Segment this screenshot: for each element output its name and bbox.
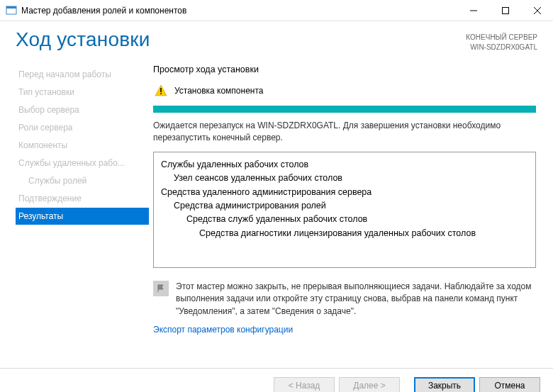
titlebar-title: Мастер добавления ролей и компонентов [21,6,457,16]
section-heading: Просмотр хода установки [153,65,536,74]
cancel-button[interactable]: Отмена [479,377,540,393]
tree-item: Службы удаленных рабочих столов [161,158,528,172]
svg-rect-8 [160,93,162,94]
nav-step-6: Службы ролей [16,172,149,189]
back-button: < Назад [274,377,335,393]
destination-value: WIN-SDZDRX0GATL [466,43,537,52]
progress-fill [153,106,536,113]
close-wizard-button[interactable]: Закрыть [414,377,475,393]
warning-icon [155,84,167,97]
svg-rect-1 [6,6,16,9]
header: Ход установки КОНЕЧНЫЙ СЕРВЕР WIN-SDZDRX… [0,21,553,55]
nav-step-0: Перед началом работы [16,66,149,83]
window-controls [457,0,553,21]
minimize-button[interactable] [457,0,489,21]
export-config-link[interactable]: Экспорт параметров конфигурации [153,325,536,335]
wizard-nav: Перед началом работыТип установкиВыбор с… [0,65,149,368]
titlebar: Мастер добавления ролей и компонентов [0,0,553,21]
nav-step-5: Службы удаленных рабо... [16,155,149,172]
info-flag-icon [153,281,169,296]
nav-step-7: Подтверждение [16,190,149,207]
status-row: Установка компонента [153,84,536,97]
note-text: Этот мастер можно закрыть, не прерывая в… [176,281,536,318]
next-button: Далее > [339,377,400,393]
tree-item: Средства администрирования ролей [161,199,528,213]
tree-item: Средства служб удаленных рабочих столов [161,213,528,226]
status-message: Ожидается перезапуск на WIN-SDZDRX0GATL.… [153,120,536,145]
nav-step-4: Компоненты [16,137,149,154]
nav-step-8: Результаты [16,208,149,225]
maximize-button[interactable] [489,0,521,21]
close-button[interactable] [521,0,553,21]
main-panel: Просмотр хода установки Установка компон… [149,65,553,368]
app-icon [6,5,17,16]
nav-step-3: Роли сервера [16,119,149,136]
feature-tree: Службы удаленных рабочих столовУзел сеан… [153,152,536,268]
svg-rect-3 [502,7,508,13]
body: Перед началом работыТип установкиВыбор с… [0,55,553,368]
tree-item: Средства удаленного администрирования се… [161,186,528,199]
nav-step-2: Выбор сервера [16,101,149,118]
progress-bar [153,106,536,113]
note-row: Этот мастер можно закрыть, не прерывая в… [153,281,536,318]
nav-step-1: Тип установки [16,84,149,101]
tree-item: Узел сеансов удаленных рабочих столов [161,172,528,185]
tree-item: Средства диагностики лицензирования удал… [161,227,528,240]
destination-server: КОНЕЧНЫЙ СЕРВЕР WIN-SDZDRX0GATL [466,28,537,52]
page-title: Ход установки [16,28,466,51]
destination-label: КОНЕЧНЫЙ СЕРВЕР [466,33,537,43]
svg-rect-7 [160,88,162,92]
status-title: Установка компонента [174,86,264,96]
footer: < Назад Далее > Закрыть Отмена [0,368,553,392]
